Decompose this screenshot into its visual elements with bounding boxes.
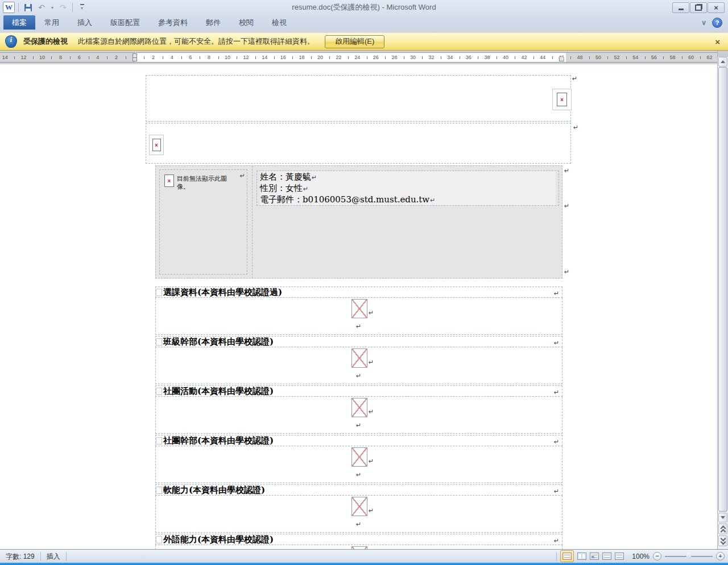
customize-qat-button[interactable]: ▾ [76, 2, 88, 13]
zoom-slider[interactable] [665, 552, 713, 560]
undo-dropdown-button[interactable]: ▾ [49, 2, 55, 13]
web-layout-view-button[interactable] [590, 552, 599, 560]
chevron-down-icon: ▾ [51, 5, 53, 10]
anchor-square-icon [156, 388, 162, 395]
tab-file[interactable]: 檔案 [3, 15, 35, 30]
separator [72, 3, 73, 12]
redo-button[interactable]: ↷ [57, 2, 69, 13]
window-title: resume.doc(受保護的檢視) - Microsoft Word [0, 0, 728, 15]
profile-email-line: 電子郵件：b01060053@std.must.edu.tw↵ [260, 194, 556, 205]
close-button[interactable]: × [708, 2, 725, 13]
broken-image-x-icon: × [152, 139, 161, 151]
section-title: 班級幹部(本資料由學校認證) [163, 336, 274, 347]
tab-review[interactable]: 校閱 [230, 15, 263, 30]
restore-button[interactable] [690, 2, 707, 13]
outline-view-button[interactable] [602, 552, 611, 560]
section-title: 選課資料(本資料由學校認證過) [163, 287, 282, 297]
word-count[interactable]: 字數: 129 [0, 550, 40, 563]
scroll-down-button[interactable] [718, 513, 727, 522]
info-shield-icon: i [5, 35, 17, 48]
protected-view-text[interactable]: 此檔案源自於網際網路位置，可能不安全。請按一下這裡取得詳細資料。 [78, 36, 315, 47]
anchor-square-icon [156, 289, 162, 296]
section-heading-row: 外語能力(本資料由學校認證) ↵ [155, 534, 562, 545]
profile-text-frame: 姓名：黃慶毓↵ 性別：女性↵ 電子郵件：b01060053@std.must.e… [257, 171, 559, 206]
pilcrow-mark: ↵ [303, 185, 308, 193]
save-icon [24, 4, 32, 11]
enable-editing-button[interactable]: 啟用編輯(E) [325, 35, 384, 48]
double-chevron-up-icon [720, 529, 726, 534]
pilcrow-mark: ↵ [369, 408, 374, 416]
sections: 選課資料(本資料由學校認證過) ↵ ↵ ↵ 班級幹部(本資料由學校認證) ↵ ↵… [155, 286, 562, 549]
tab-references[interactable]: 參考資料 [149, 15, 197, 30]
tab-page-layout[interactable]: 版面配置 [101, 15, 149, 30]
insert-mode[interactable]: 插入 [41, 550, 66, 563]
separator [18, 3, 19, 12]
close-icon: × [714, 4, 718, 11]
section-heading-row: 社團幹部(本資料由學校認證) ↵ [155, 435, 562, 446]
tab-home[interactable]: 常用 [35, 15, 68, 30]
certified-section: 班級幹部(本資料由學校認證) ↵ ↵ ↵ [155, 336, 562, 385]
separator [556, 552, 557, 561]
horizontal-ruler: 2468101214161820222426283032343638404244… [0, 52, 717, 63]
draft-view-button[interactable] [615, 552, 624, 560]
ribbon-right-controls: ∨ ? [701, 15, 728, 30]
customize-toolbar-icon: ▾ [80, 4, 84, 11]
scroll-up-button[interactable] [718, 57, 727, 67]
protected-view-title: 受保護的檢視 [23, 36, 68, 47]
undo-icon: ↶ [38, 3, 45, 11]
section-content-row: ↵ ↵ [155, 347, 562, 384]
minimize-button[interactable] [672, 2, 689, 13]
section-heading-row: 選課資料(本資料由學校認證過) ↵ [155, 286, 562, 298]
anchor-square-icon [156, 536, 162, 543]
next-page-button[interactable] [718, 535, 727, 546]
pilcrow-mark: ↵ [572, 76, 577, 82]
document-area: × × ↵ ↵ ↵ ↵ ↵ × 目前無法顯示此圖像。 ↵ 姓名：黃慶毓↵ 性別：… [0, 64, 717, 549]
ruler-row: 2468101214161820222426283032343638404244… [0, 51, 728, 64]
undo-button[interactable]: ↶ [36, 2, 47, 13]
certified-section: 社團活動(本資料由學校認證) ↵ ↵ ↵ [155, 385, 562, 435]
left-indent-marker[interactable] [133, 53, 137, 61]
pilcrow-mark: ↵ [369, 507, 374, 514]
minimize-ribbon-icon[interactable]: ∨ [701, 19, 706, 27]
zoom-in-button[interactable]: + [716, 552, 725, 560]
taskbar-edge [0, 563, 728, 565]
pilcrow-mark: ↵ [369, 458, 374, 465]
broken-image-x-icon: × [164, 175, 174, 187]
minimize-icon [679, 9, 684, 10]
tab-insert[interactable]: 插入 [68, 15, 101, 30]
zoom-out-button[interactable]: − [653, 552, 661, 560]
status-bar-right: 100% − + [556, 550, 728, 562]
certified-section: 社團幹部(本資料由學校認證) ↵ ↵ ↵ [155, 435, 562, 484]
restore-icon [695, 5, 702, 11]
tab-mailings[interactable]: 郵件 [197, 15, 230, 30]
pilcrow-mark: ↵ [369, 309, 374, 317]
section-content-row: ↵ ↵ [155, 397, 562, 434]
previous-page-button[interactable] [718, 524, 727, 534]
tab-view[interactable]: 檢視 [263, 15, 296, 30]
separator [66, 552, 67, 561]
image-placeholder-caption: 目前無法顯示此圖像。 [177, 175, 231, 190]
broken-image-placeholder: × [149, 135, 164, 155]
section-heading-row: 社團活動(本資料由學校認證) ↵ [155, 385, 562, 397]
certified-section: 選課資料(本資料由學校認證過) ↵ ↵ ↵ [155, 286, 562, 336]
print-layout-view-button[interactable] [560, 550, 574, 562]
full-screen-reading-view-button[interactable] [577, 552, 586, 560]
table-cell-divider [252, 166, 253, 278]
word-logo-icon[interactable]: W [3, 2, 15, 13]
save-button[interactable] [22, 2, 34, 13]
pilcrow-mark: ↵ [356, 471, 361, 479]
profile-table: × 目前無法顯示此圖像。 ↵ 姓名：黃慶毓↵ 性別：女性↵ 電子郵件：b0106… [155, 165, 562, 279]
double-chevron-down-icon [720, 539, 726, 545]
zoom-slider-thumb[interactable] [686, 552, 692, 560]
message-bar-close-icon[interactable]: × [715, 37, 720, 47]
zoom-level[interactable]: 100% [632, 552, 650, 560]
arrow-down-icon [721, 516, 725, 519]
word-application-window: W ↶ ▾ ↷ ▾ resume.doc(受保護的檢視) [0, 0, 728, 565]
pilcrow-mark: ↵ [369, 359, 374, 366]
broken-image-placeholder [351, 299, 367, 318]
section-content-row: ↵ ↵ [155, 298, 562, 335]
scrollbar-corner [718, 51, 728, 57]
scrollbar-thumb[interactable] [718, 67, 727, 512]
help-icon[interactable]: ? [712, 18, 722, 28]
section-heading-row: 軟能力(本資料由學校認證) ↵ [155, 484, 562, 496]
